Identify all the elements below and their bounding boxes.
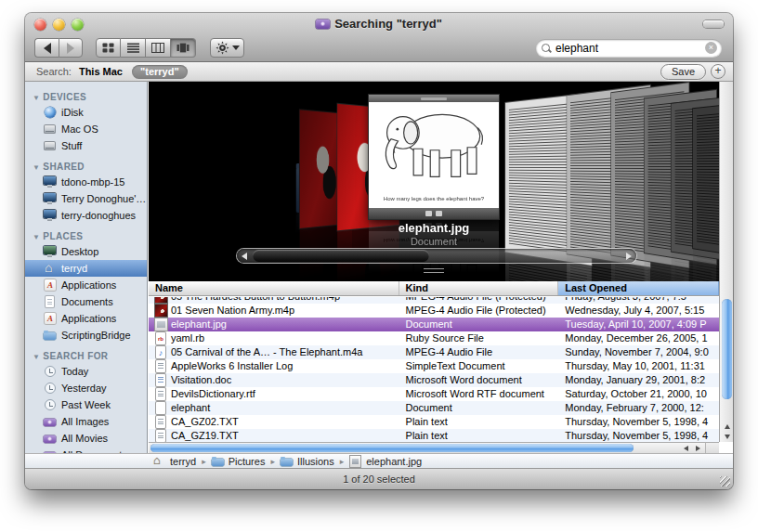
sidebar-item-tdono-mbp-15[interactable]: tdono-mbp-15 [25, 174, 147, 190]
disclosure-triangle-icon[interactable]: ▼ [33, 163, 40, 172]
coverflow-selected-preview[interactable]: How many legs does the elephant have? [369, 95, 499, 219]
main-area: ▼DEVICESiDiskMac OSStuff▼SHAREDtdono-mbp… [25, 82, 733, 453]
sidebar-item-past-week[interactable]: Past Week [25, 396, 147, 413]
table-row[interactable]: AppleWorks 6 Installer Log SimpleText Do… [149, 359, 719, 373]
forward-arrow-icon [67, 43, 74, 54]
scrubber-right-arrow-icon[interactable] [626, 253, 632, 260]
sidebar-item-all-documents[interactable]: All Documents [25, 447, 147, 453]
table-row[interactable]: yaml.rb Ruby Source File Monday, Decembe… [149, 331, 719, 345]
display-icon [44, 176, 58, 188]
toolbar-toggle-button[interactable] [703, 20, 724, 28]
sidebar-item-all-movies[interactable]: All Movies [25, 430, 147, 447]
file-last-opened: Sunday, November 7, 2004, 9:0 [558, 345, 719, 359]
table-row[interactable]: 05 Carnival of the A… - The Elephant.m4a… [149, 345, 719, 359]
gear-icon [216, 41, 229, 55]
sidebar-section-header[interactable]: ▼SHARED [33, 162, 147, 172]
coverflow-scrubber[interactable] [237, 249, 636, 263]
sidebar-item-label: ScriptingBridge [61, 330, 131, 341]
sidebar-item-mac-os[interactable]: Mac OS [25, 121, 147, 137]
preview-tool-icon [425, 211, 432, 216]
icon-view-icon [102, 43, 114, 53]
scroll-down-button[interactable] [720, 432, 734, 442]
column-header-kind[interactable]: Kind [399, 281, 559, 295]
path-item[interactable]: terryd [153, 456, 196, 467]
scope-this-mac-button[interactable]: This Mac [79, 66, 123, 77]
table-row[interactable]: DevilsDictionary.rtf Microsoft Word RTF … [149, 387, 719, 401]
icon-view-button[interactable] [96, 38, 121, 58]
vertical-scrollbar-thumb[interactable] [722, 299, 732, 399]
sidebar-item-terryd[interactable]: terryd [25, 260, 147, 277]
table-row[interactable]: 05 The Hardest Button to Button.m4p MPEG… [149, 297, 719, 304]
column-view-button[interactable] [146, 38, 171, 58]
sidebar-section-header[interactable]: ▼DEVICES [33, 92, 147, 102]
back-button[interactable] [34, 38, 59, 58]
sidebar-item-idisk[interactable]: iDisk [25, 104, 147, 121]
finder-window: Searching "terryd" [25, 13, 733, 489]
title-bar[interactable]: Searching "terryd" [25, 13, 733, 35]
scrubber-left-arrow-icon[interactable] [242, 253, 247, 260]
forward-button[interactable] [59, 38, 83, 58]
sidebar-item-terry-donoghues[interactable]: terry-donoghues [25, 207, 147, 224]
file-icon [155, 318, 167, 331]
sidebar-item-documents[interactable]: Documents [25, 293, 147, 310]
sidebar-item-applications[interactable]: Applications [25, 310, 147, 327]
elephant-illustration [374, 102, 493, 191]
horizontal-scrollbar[interactable] [149, 442, 705, 453]
sidebar-item-scriptingbridge[interactable]: ScriptingBridge [25, 327, 147, 344]
disclosure-triangle-icon[interactable]: ▼ [33, 94, 40, 102]
clear-search-button[interactable]: × [705, 42, 717, 54]
sidebar-item-desktop[interactable]: Desktop [25, 243, 147, 260]
path-item[interactable]: Pictures [196, 456, 265, 467]
coverflow-selected-kind: Document [149, 236, 719, 247]
desktop-icon [44, 246, 58, 258]
path-item[interactable]: Illusions [265, 456, 333, 467]
file-kind: Plain text [399, 429, 559, 443]
sidebar-item-stuff[interactable]: Stuff [25, 137, 147, 154]
coverflow-selected-name: elephant.jpg [149, 221, 719, 235]
scroll-up-button[interactable] [720, 422, 734, 432]
table-row[interactable]: CA_GZ02.TXT Plain text Thursday, Novembe… [149, 415, 719, 429]
sidebar-section-label: DEVICES [43, 92, 86, 102]
column-header-name[interactable]: Name [149, 281, 399, 295]
idisk-icon [44, 107, 58, 119]
window-chrome: Searching "terryd" [25, 13, 733, 62]
add-criteria-button[interactable]: + [711, 64, 725, 79]
sidebar-item-all-images[interactable]: All Images [25, 413, 147, 430]
coverflow-area[interactable]: How many legs does the elephant have? el… [149, 82, 719, 281]
search-field[interactable]: elephant × [536, 39, 722, 57]
table-row[interactable]: Visitation.doc Microsoft Word document M… [149, 373, 719, 387]
coverflow-resize-handle[interactable] [424, 268, 444, 276]
sidebar-section-header[interactable]: ▼PLACES [33, 231, 147, 241]
coverflow-view-button[interactable] [171, 38, 196, 58]
sidebar-item-label: Applications [61, 313, 116, 324]
scope-terryd-button[interactable]: "terryd" [132, 65, 188, 79]
table-row[interactable]: 01 Seven Nation Army.m4p MPEG-4 Audio Fi… [149, 304, 719, 318]
table-row[interactable]: elephant Document Monday, February 7, 20… [149, 401, 719, 415]
sidebar-item-label: iDisk [61, 107, 84, 118]
horizontal-scrollbar-thumb[interactable] [150, 444, 634, 452]
sidebar-item-yesterday[interactable]: Yesterday [25, 380, 147, 396]
path-item[interactable]: elephant.jpg [334, 456, 422, 467]
drive-icon [44, 123, 58, 136]
table-row[interactable]: elephant.jpg Document Tuesday, April 10,… [149, 318, 719, 331]
save-search-button[interactable]: Save [660, 64, 706, 80]
column-header-last-opened[interactable]: Last Opened [558, 281, 719, 295]
sidebar-item-today[interactable]: Today [25, 363, 147, 380]
path-item-label: elephant.jpg [366, 456, 422, 467]
table-row[interactable]: CA_GZ19.TXT Plain text Thursday, Novembe… [149, 429, 719, 443]
vertical-scrollbar[interactable] [719, 82, 733, 442]
resize-grip[interactable] [720, 476, 730, 487]
sidebar-section-header[interactable]: ▼SEARCH FOR [33, 351, 147, 361]
search-input[interactable]: elephant [555, 42, 705, 55]
disclosure-triangle-icon[interactable]: ▼ [33, 233, 40, 241]
list-view-button[interactable] [121, 38, 146, 58]
disclosure-triangle-icon[interactable]: ▼ [33, 353, 40, 361]
action-menu-button[interactable] [210, 38, 244, 58]
scrubber-thumb[interactable] [253, 250, 429, 262]
smart-icon [44, 433, 58, 445]
sidebar-item-label: tdono-mbp-15 [61, 176, 125, 188]
sidebar-item-applications[interactable]: Applications [25, 277, 147, 293]
sidebar-item-label: All Movies [61, 433, 108, 444]
sidebar-section-label: SHARED [43, 162, 85, 172]
sidebar-item-terry-donoghue-[interactable]: Terry Donoghue'… [25, 190, 147, 207]
